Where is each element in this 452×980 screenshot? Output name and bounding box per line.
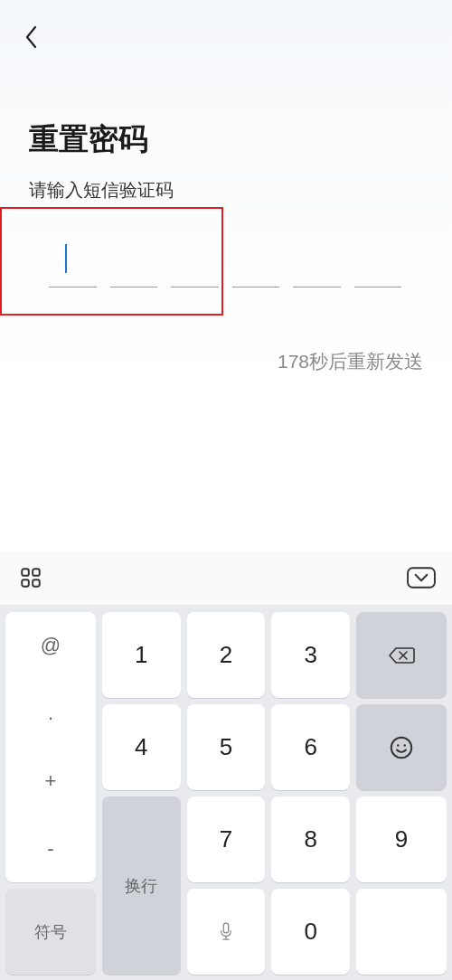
svg-rect-1 <box>33 569 40 576</box>
code-slot-1[interactable] <box>49 239 97 287</box>
keyboard-menu-button[interactable] <box>16 563 45 592</box>
page-title: 重置密码 <box>29 119 423 160</box>
svg-rect-0 <box>22 569 29 576</box>
key-2[interactable]: 2 <box>187 612 266 698</box>
chevron-left-icon <box>24 25 37 49</box>
code-input[interactable] <box>0 239 452 295</box>
key-plus[interactable]: + <box>5 748 96 815</box>
key-at[interactable]: @ <box>5 612 96 680</box>
grid-icon <box>19 566 42 589</box>
key-backspace[interactable] <box>356 612 447 698</box>
code-slot-2[interactable] <box>110 239 158 287</box>
key-6[interactable]: 6 <box>271 704 350 790</box>
keyboard: @ . + - 1 2 3 4 5 6 7 8 <box>0 551 452 980</box>
key-4[interactable]: 4 <box>102 704 181 790</box>
key-minus[interactable]: - <box>5 815 96 882</box>
key-voice[interactable] <box>187 889 266 975</box>
code-slot-4[interactable] <box>232 239 280 287</box>
symbol-column: @ . + - <box>5 612 96 882</box>
key-blank[interactable] <box>356 889 447 975</box>
key-5[interactable]: 5 <box>187 704 266 790</box>
key-symbol[interactable]: 符号 <box>5 889 96 975</box>
key-enter[interactable]: 换行 <box>102 796 181 975</box>
key-dot[interactable]: . <box>5 680 96 748</box>
svg-rect-3 <box>33 580 40 587</box>
svg-rect-8 <box>223 923 228 933</box>
backspace-icon <box>388 642 415 669</box>
page-subtitle: 请输入短信验证码 <box>29 178 423 203</box>
key-0[interactable]: 0 <box>271 889 350 975</box>
microphone-icon <box>218 921 234 943</box>
svg-point-5 <box>391 737 412 758</box>
svg-point-7 <box>403 744 406 747</box>
svg-point-6 <box>397 744 400 747</box>
code-slot-5[interactable] <box>293 239 341 287</box>
text-cursor <box>65 244 67 273</box>
key-7[interactable]: 7 <box>187 796 266 882</box>
resend-countdown: 178秒后重新发送 <box>29 349 423 374</box>
svg-rect-4 <box>408 568 435 587</box>
back-button[interactable] <box>16 23 45 52</box>
svg-rect-2 <box>22 580 29 587</box>
keyboard-collapse-button[interactable] <box>407 563 436 592</box>
keyboard-toolbar <box>0 551 452 605</box>
key-9[interactable]: 9 <box>356 796 447 882</box>
chevron-down-box-icon <box>407 567 436 589</box>
key-3[interactable]: 3 <box>271 612 350 698</box>
smile-icon <box>388 734 415 761</box>
key-8[interactable]: 8 <box>271 796 350 882</box>
code-slot-3[interactable] <box>171 239 219 287</box>
key-1[interactable]: 1 <box>102 612 181 698</box>
key-emoji[interactable] <box>356 704 447 790</box>
code-slot-6[interactable] <box>354 239 402 287</box>
